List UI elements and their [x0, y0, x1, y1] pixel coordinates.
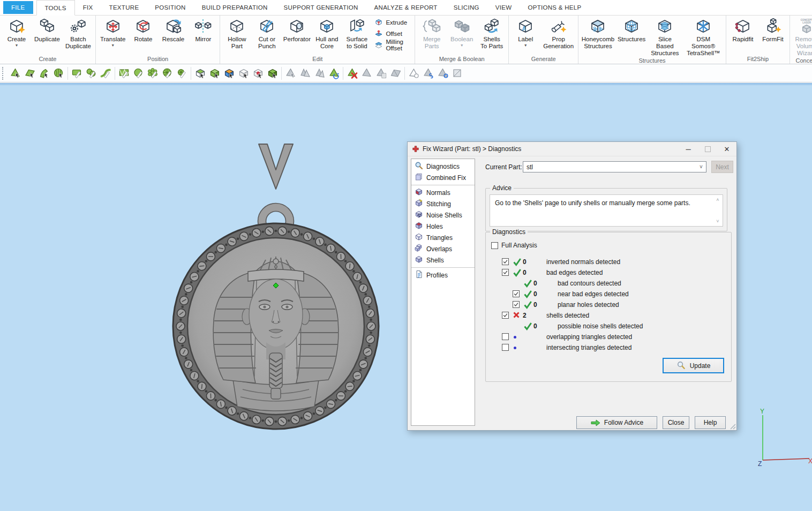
- diagnostic-checkbox[interactable]: [502, 344, 509, 351]
- follow-advice-button[interactable]: Follow Advice: [576, 416, 657, 429]
- flower-selection-icon[interactable]: [146, 66, 160, 80]
- triangle-copy-page-icon[interactable]: [374, 66, 388, 80]
- ribbon-mirror[interactable]: Mirror: [188, 16, 218, 43]
- menu-texture[interactable]: TEXTURE: [101, 0, 147, 15]
- ribbon-create[interactable]: Create▼: [2, 16, 32, 47]
- sidebar-item-profiles[interactable]: Profiles: [411, 269, 475, 281]
- menu-slicing[interactable]: SLICING: [446, 0, 487, 15]
- diagnostic-checkbox[interactable]: [513, 301, 520, 308]
- triangle-swap-arrows-icon[interactable]: [327, 66, 341, 80]
- dialog-titlebar[interactable]: Fix Wizard (Part: stl) > Diagnostics ─ ✕: [408, 142, 736, 156]
- ribbon-offset[interactable]: Offset: [374, 29, 410, 39]
- small-pie-selection-icon[interactable]: [175, 66, 189, 80]
- sidebar-item-shells[interactable]: Shells: [411, 254, 475, 266]
- circle-selection-icon[interactable]: [131, 66, 146, 80]
- dropdown-caret-icon[interactable]: ▼: [460, 43, 464, 47]
- diagnostic-checkbox[interactable]: [502, 269, 509, 276]
- window-triangles-selection-icon[interactable]: [117, 66, 131, 80]
- menu-analyze-report[interactable]: ANALYZE & REPORT: [366, 0, 446, 15]
- ribbon-duplicate[interactable]: Duplicate: [32, 16, 63, 43]
- next-button[interactable]: Next: [711, 161, 733, 173]
- triangle-gray-plain-icon[interactable]: [359, 66, 374, 80]
- sidebar-item-overlaps[interactable]: Overlaps: [411, 243, 475, 254]
- diagnostic-checkbox[interactable]: [502, 258, 509, 265]
- full-analysis-checkbox[interactable]: [491, 242, 498, 249]
- menu-position[interactable]: POSITION: [147, 0, 193, 15]
- menu-support-generation[interactable]: SUPPORT GENERATION: [276, 0, 366, 15]
- mark-triangle-tool-icon[interactable]: [8, 66, 22, 80]
- ribbon-extrude[interactable]: Extrude: [374, 18, 410, 27]
- ribbon-rescale[interactable]: Rescale: [158, 16, 188, 43]
- update-button[interactable]: Update: [663, 358, 724, 373]
- dropdown-caret-icon[interactable]: ▼: [111, 43, 115, 47]
- cube-select-marked-icon[interactable]: [251, 66, 265, 80]
- ribbon-milling-offset[interactable]: Milling Offset: [374, 40, 410, 50]
- scroll-up-icon[interactable]: ˄: [715, 197, 721, 202]
- ribbon-cut-or-punch[interactable]: Cut orPunch: [252, 16, 282, 50]
- ribbon-rotate[interactable]: Rotate: [128, 16, 158, 43]
- rectangle-selection-icon[interactable]: [70, 66, 84, 80]
- window-gray-icon[interactable]: [450, 66, 464, 80]
- triangle-plane-gray-icon[interactable]: [388, 66, 403, 80]
- cube-select-green-icon[interactable]: [207, 66, 222, 80]
- triangle-bend-gray-icon[interactable]: [298, 66, 312, 80]
- ribbon-dsm-somos-tetrashell[interactable]: DSM Somos®TetraShell™: [682, 16, 724, 57]
- sidebar-item-noise-shells[interactable]: Noise Shells: [411, 209, 475, 221]
- chevron-down-icon[interactable]: ˅: [696, 164, 706, 170]
- sidebar-item-diagnostics[interactable]: Diagnostics: [411, 161, 475, 172]
- freeform-selection-icon[interactable]: [99, 66, 113, 80]
- model-pharaoh-pendant[interactable]: [169, 138, 383, 438]
- minimize-icon[interactable]: ─: [679, 142, 698, 156]
- diagnostic-checkbox[interactable]: [502, 312, 509, 319]
- toolbar-drag-handle[interactable]: [2, 67, 6, 80]
- ribbon-rapidfit[interactable]: Rapidfit: [728, 16, 758, 43]
- dropdown-caret-icon[interactable]: ▼: [15, 43, 19, 47]
- sidebar-item-triangles[interactable]: Triangles: [411, 232, 475, 243]
- close-icon[interactable]: ✕: [717, 142, 736, 156]
- menu-build-preparation[interactable]: BUILD PREPARATION: [194, 0, 276, 15]
- menu-file[interactable]: FILE: [3, 1, 33, 14]
- resize-grip[interactable]: [729, 423, 736, 430]
- ribbon-label[interactable]: ALabel▼: [510, 16, 540, 47]
- advice-textarea[interactable]: Go to the 'Shells' page to unify shells …: [490, 194, 723, 227]
- triangle-outline-circle-icon[interactable]: [407, 66, 421, 80]
- triangle-blue-s-icon[interactable]: [421, 66, 435, 80]
- ribbon-prop-generation[interactable]: PropGeneration: [540, 16, 576, 50]
- ribbon-translate[interactable]: Translate▼: [97, 16, 129, 47]
- mark-surface-tool-icon[interactable]: [37, 66, 51, 80]
- ribbon-surface-to-solid[interactable]: Surfaceto Solid: [342, 16, 372, 50]
- maximize-icon[interactable]: [698, 142, 717, 156]
- viewport-3d[interactable]: Y X Z Fix Wizard (Part: stl) > Diagnosti…: [0, 83, 812, 511]
- diagnostic-checkbox[interactable]: [502, 333, 509, 340]
- sidebar-item-holes[interactable]: Holes: [411, 221, 475, 232]
- pie-selection-icon[interactable]: [160, 66, 175, 80]
- ribbon-honeycomb-structures[interactable]: HoneycombStructures: [580, 16, 616, 50]
- mark-shell-tool-icon[interactable]: [51, 66, 66, 80]
- delete-marked-triangles-icon[interactable]: [345, 66, 359, 80]
- ribbon-hull-and-core[interactable]: Hull andCore: [312, 16, 342, 50]
- mark-plane-tool-icon[interactable]: [22, 66, 37, 80]
- triangle-select-gray-icon[interactable]: [283, 66, 298, 80]
- cube-select-detail-icon[interactable]: [265, 66, 280, 80]
- sidebar-item-combined-fix[interactable]: Combined Fix: [411, 172, 475, 183]
- menu-view[interactable]: VIEW: [487, 0, 520, 15]
- help-button[interactable]: Help: [695, 416, 726, 429]
- ribbon-shells-to-parts[interactable]: ShellsTo Parts: [477, 16, 507, 50]
- menu-options-help[interactable]: OPTIONS & HELP: [520, 0, 589, 15]
- close-button[interactable]: Close: [663, 416, 689, 429]
- triangle-blue-o-icon[interactable]: [435, 66, 450, 80]
- triangle-pair-gray-icon[interactable]: [312, 66, 327, 80]
- ribbon-slice-based-structures[interactable]: Slice BasedStructures: [647, 16, 682, 57]
- cube-select-top-face-icon[interactable]: [193, 66, 207, 80]
- sidebar-item-normals[interactable]: Normals: [411, 187, 475, 198]
- sidebar-item-stitching[interactable]: Stitching: [411, 198, 475, 209]
- cube-select-white-icon[interactable]: [236, 66, 251, 80]
- ribbon-batch-duplicate[interactable]: BatchDuplicate: [63, 16, 94, 50]
- scroll-down-icon[interactable]: ˅: [715, 219, 721, 224]
- cube-select-colored-icon[interactable]: [222, 66, 236, 80]
- ribbon-hollow-part[interactable]: HollowPart: [222, 16, 252, 50]
- menu-tools[interactable]: TOOLS: [36, 0, 75, 16]
- menu-fix[interactable]: FIX: [75, 0, 101, 15]
- diagnostic-checkbox[interactable]: [513, 290, 520, 297]
- ribbon-formfit[interactable]: FormFit: [758, 16, 788, 43]
